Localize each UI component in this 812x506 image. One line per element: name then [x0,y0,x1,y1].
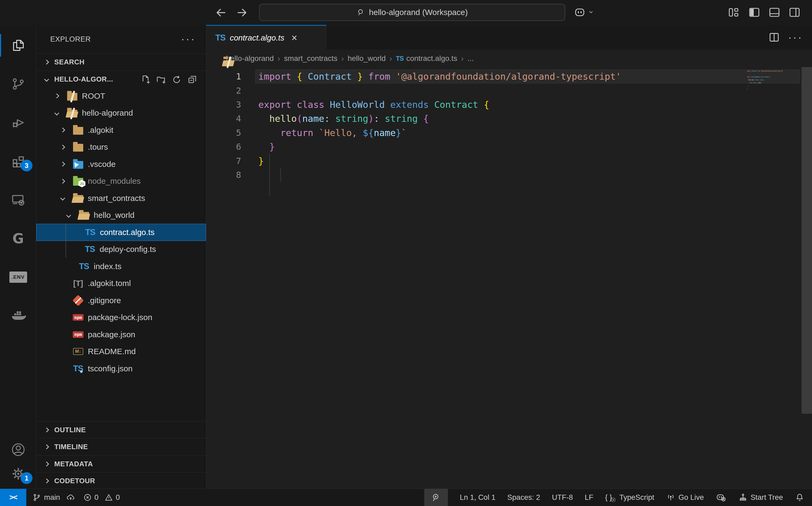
tab-contract-algo-ts[interactable]: TS contract.algo.ts × [206,25,326,50]
toggle-panel-button[interactable] [768,6,782,19]
breadcrumb-item-smart_contracts[interactable]: smart_contracts [284,54,337,63]
tree-item-deploy-config.ts[interactable]: TSdeploy-config.ts [36,241,206,258]
activitybar-remote-explorer[interactable] [0,187,36,213]
line-number[interactable]: 4 [206,113,250,124]
minimap[interactable]: import { Contract } from '@algorandfound… [747,70,803,134]
tree-item-ROOT[interactable]: ROOT [36,87,206,105]
eol-button[interactable]: LF [585,493,593,502]
collapse-folders-button[interactable] [187,75,198,85]
go-live-button[interactable]: Go Live [666,493,704,502]
tree-item-.algokit[interactable]: .algokit [36,121,206,139]
file-icon-npm: npm [71,310,86,325]
branch-button[interactable]: main [32,493,75,502]
breadcrumb-label: smart_contracts [284,54,337,63]
new-folder-button[interactable] [156,75,167,85]
indentation-button[interactable]: Spaces: 2 [507,493,540,502]
section-search[interactable]: SEARCH [36,54,206,71]
line-number[interactable]: 3 [206,99,250,110]
tree-item-package-lock.json[interactable]: npmpackage-lock.json [36,309,206,326]
line-number[interactable]: 8 [206,170,250,180]
tree-item-smart_contracts[interactable]: smart_contracts [36,190,206,207]
code-line-7[interactable]: 7} [206,154,812,168]
tree-item-label: hello-algorand [82,108,133,117]
nav-back-button[interactable] [214,6,228,19]
breadcrumb-item-hello-algorand[interactable]: hello-algorand [223,54,274,63]
problems-button[interactable]: 0 0 [83,493,120,502]
activitybar-settings[interactable]: 1 [0,461,36,487]
line-number[interactable]: 2 [206,86,250,96]
activitybar-account[interactable] [0,437,36,462]
customize-layout-button[interactable] [727,6,741,19]
line-number[interactable]: 7 [206,156,250,166]
code-line-3[interactable]: 3export class HelloWorld extends Contrac… [206,98,812,112]
tree-item-.gitignore[interactable]: .gitignore [36,292,206,309]
activitybar-algokit[interactable]: G [0,226,36,251]
panel-bottom-icon [768,6,781,19]
file-icon-folder [71,122,86,138]
command-center-search[interactable]: hello-algorand (Workspace) [259,4,565,21]
code-text: } [250,156,264,166]
code-line-6[interactable]: 6 } [206,140,812,154]
section-outline[interactable]: OUTLINE [36,421,206,438]
code-line-1[interactable]: 1import { Contract } from '@algorandfoun… [206,70,812,83]
refresh-button[interactable] [171,75,182,85]
tree-item-tsconfig.json[interactable]: TStsconfig.json [36,360,206,377]
typescript-file-icon: TS [215,33,226,43]
line-number[interactable]: 6 [206,142,250,152]
editor-more-actions-icon[interactable]: ··· [788,25,803,50]
tree-item-.vscode[interactable]: .vscode [36,156,206,173]
split-editor-button[interactable] [768,25,780,50]
tree-item-index.ts[interactable]: TSindex.ts [36,258,206,275]
codetour-start-button[interactable]: Start Tree [738,493,783,502]
encoding-button[interactable]: UTF-8 [552,493,573,502]
breadcrumb-label: ... [467,54,474,63]
code-editor[interactable]: 1import { Contract } from '@algorandfoun… [206,67,812,489]
line-number[interactable]: 5 [206,128,250,138]
section-workspace[interactable]: HELLO-ALGOR... [36,71,206,88]
tree-item-.tours[interactable]: .tours [36,139,206,156]
notifications-button[interactable] [795,493,805,502]
section-timeline[interactable]: TIMELINE [36,438,206,455]
file-icon-ts: TS [83,225,98,240]
explorer-more-actions-icon[interactable]: ··· [181,33,196,45]
tree-item-.algokit.toml[interactable]: [T].algokit.toml [36,275,206,292]
cursor-position-button[interactable]: Ln 1, Col 1 [460,493,496,502]
tree-item-node_modules[interactable]: JSnode_modules [36,173,206,190]
tree-item-hello_world[interactable]: hello_world [36,207,206,224]
language-mode-button[interactable]: { }ⓧ TypeScript [605,493,654,502]
nav-forward-button[interactable] [235,6,249,19]
remote-indicator-button[interactable]: >< [0,489,26,506]
breadcrumb-item-contract.algo.ts[interactable]: TScontract.algo.ts [396,54,457,63]
code-line-8[interactable]: 8 [206,168,812,182]
toggle-primary-sidebar-button[interactable] [748,6,761,19]
new-file-button[interactable] [140,75,151,85]
sidebar-right-icon [788,6,801,19]
breadcrumb-item-...[interactable]: ... [467,54,474,63]
section-metadata[interactable]: METADATA [36,455,206,473]
zoom-indicator-button[interactable] [424,489,448,506]
copilot-menu-button[interactable] [574,6,594,18]
copilot-status-button[interactable] [716,492,726,503]
editor-scrollbar-thumb[interactable] [802,67,812,414]
tab-close-icon[interactable]: × [291,33,297,43]
chevron-right-icon [44,478,49,483]
breadcrumb-item-hello_world[interactable]: hello_world [348,54,386,63]
toggle-secondary-sidebar-button[interactable] [788,6,802,19]
sidebar-left-icon [748,6,761,19]
code-line-2[interactable]: 2 [206,83,812,97]
activitybar-explorer[interactable] [0,32,36,58]
code-line-4[interactable]: 4 hello(name: string): string { [206,112,812,125]
tree-item-contract.algo.ts[interactable]: TScontract.algo.ts [36,224,206,241]
line-number[interactable]: 1 [206,71,250,82]
activitybar-docker[interactable] [0,303,36,329]
activitybar-env[interactable]: .ENV [0,264,36,290]
activitybar-source-control[interactable] [0,71,36,97]
chevron-right-icon [54,94,59,98]
activitybar-run-debug[interactable] [0,110,36,136]
section-codetour[interactable]: CODETOUR [36,472,206,489]
tree-item-package.json[interactable]: npmpackage.json [36,326,206,343]
tree-item-README.md[interactable]: M↓README.md [36,343,206,360]
tree-item-hello-algorand[interactable]: hello-algorand [36,105,206,122]
code-line-5[interactable]: 5 return `Hello, ${name}` [206,126,812,140]
activitybar-extensions[interactable]: 3 [0,148,36,174]
